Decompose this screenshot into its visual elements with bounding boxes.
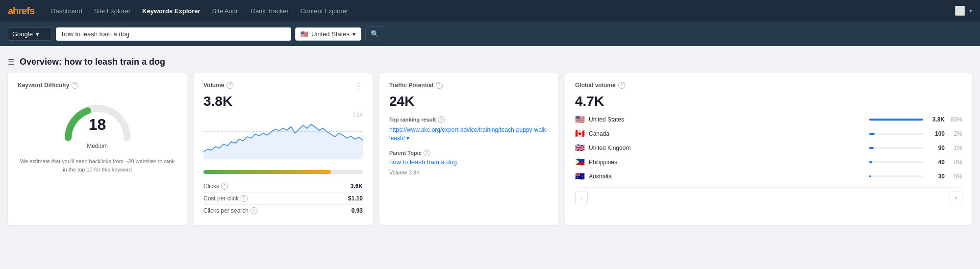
hamburger-icon[interactable]: ☰ xyxy=(8,57,15,67)
country-pct: 80% xyxy=(949,116,962,123)
country-num: 100 xyxy=(927,130,945,137)
search-button[interactable]: 🔍 xyxy=(365,26,384,41)
global-nav: ‹ › xyxy=(575,187,962,204)
clicks-info-icon[interactable]: ? xyxy=(221,183,228,190)
page-title: Overview: how to leash train a dog xyxy=(20,57,165,67)
nav-site-audit[interactable]: Site Audit xyxy=(207,4,244,18)
kd-info-icon[interactable]: ? xyxy=(72,82,78,89)
volume-info-icon[interactable]: ? xyxy=(226,82,233,89)
country-bar xyxy=(869,161,872,163)
nav-keywords-explorer[interactable]: Keywords Explorer xyxy=(137,4,205,18)
global-countries-table: 🇺🇸 United States 3.8K 80% 🇨🇦 Canada 100 … xyxy=(575,112,962,183)
global-prev-button[interactable]: ‹ xyxy=(575,192,588,204)
volume-value: 3.8K xyxy=(203,94,363,109)
country-bar-wrap xyxy=(869,119,923,121)
keyword-search-input[interactable] xyxy=(56,27,291,41)
top-ranking-url-link[interactable]: https://www.akc.org/expert-advice/traini… xyxy=(389,126,549,143)
traffic-card: Traffic Potential ? 24K Top ranking resu… xyxy=(379,73,558,225)
traffic-value: 24K xyxy=(389,94,549,109)
global-country-row: 🇵🇭 Philippines 40 0% xyxy=(575,155,962,169)
metric-cpc: Cost per click ? $1.10 xyxy=(203,192,363,204)
volume-dots-menu[interactable]: ⋮ xyxy=(355,82,363,91)
global-country-row: 🇬🇧 United Kingdom 90 1% xyxy=(575,141,962,155)
clicks-bar xyxy=(203,170,363,174)
country-bar-wrap xyxy=(869,161,923,163)
navbar: ahrefs Dashboard Site Explorer Keywords … xyxy=(0,0,980,22)
clicks-bar-fill xyxy=(203,170,331,174)
country-name: United States xyxy=(589,116,865,123)
navbar-chevron-icon[interactable]: ▾ xyxy=(969,7,972,14)
cards-row: Keyword Difficulty ? 18 Medium We estima… xyxy=(8,73,972,225)
country-bar xyxy=(869,147,874,149)
traffic-info-icon[interactable]: ? xyxy=(436,82,443,89)
kd-gauge-container: 18 xyxy=(18,94,177,138)
country-flag-icon: 🇵🇭 xyxy=(575,157,585,167)
cps-info-icon[interactable]: ? xyxy=(251,207,257,214)
clicks-value: 3.6K xyxy=(351,183,363,190)
nav-content-explorer[interactable]: Content Explorer xyxy=(296,4,353,18)
global-value: 4.7K xyxy=(575,94,962,109)
volume-chart-container: 7.0K xyxy=(203,112,363,166)
us-flag-icon: 🇺🇸 xyxy=(301,30,308,38)
country-chevron-icon: ▾ xyxy=(352,30,356,38)
top-ranking-info-icon[interactable]: ? xyxy=(438,116,445,123)
monitor-icon: ⬜ xyxy=(955,5,965,16)
chart-y-max: 7.0K xyxy=(352,112,363,118)
nav-rank-tracker[interactable]: Rank Tracker xyxy=(246,4,294,18)
global-country-row: 🇦🇺 Australia 30 0% xyxy=(575,169,962,183)
cps-value: 0.93 xyxy=(352,207,363,214)
kd-level: Medium xyxy=(18,143,177,149)
country-num: 40 xyxy=(927,159,945,166)
country-label: United States xyxy=(311,30,350,38)
country-num: 90 xyxy=(927,145,945,151)
country-bar xyxy=(869,119,923,121)
volume-card-label: Volume ? xyxy=(203,82,233,89)
parent-volume: Volume 3.8K xyxy=(389,170,420,175)
country-bar-wrap xyxy=(869,133,923,135)
country-bar-wrap xyxy=(869,147,923,149)
country-name: Australia xyxy=(589,173,865,180)
country-pct: 0% xyxy=(949,159,962,166)
country-name: Canada xyxy=(589,130,865,137)
nav-dashboard[interactable]: Dashboard xyxy=(46,4,87,18)
overview-header: ☰ Overview: how to leash train a dog xyxy=(8,52,972,73)
kd-description: We estimate that you'll need backlinks f… xyxy=(18,157,177,173)
volume-card: Volume ? ⋮ 3.8K 7.0K xyxy=(194,73,373,225)
kd-card: Keyword Difficulty ? 18 Medium We estima… xyxy=(8,73,187,225)
parent-topic-info-icon[interactable]: ? xyxy=(424,149,430,156)
cpc-info-icon[interactable]: ? xyxy=(241,195,248,202)
global-volume-card: Global volume ? 4.7K 🇺🇸 United States 3.… xyxy=(565,73,972,225)
global-next-button[interactable]: › xyxy=(950,192,962,204)
traffic-card-label: Traffic Potential ? xyxy=(389,82,549,89)
country-flag-icon: 🇺🇸 xyxy=(575,115,585,124)
cpc-value: $1.10 xyxy=(348,195,363,202)
engine-select[interactable]: Google ▾ xyxy=(8,27,52,41)
navbar-right: ⬜ ▾ xyxy=(955,5,972,16)
engine-label: Google xyxy=(12,30,33,38)
country-name: Philippines xyxy=(589,159,865,166)
global-card-label: Global volume ? xyxy=(575,82,962,89)
global-country-row: 🇺🇸 United States 3.8K 80% xyxy=(575,112,962,126)
kd-gauge: 18 xyxy=(58,94,137,138)
parent-topic-link[interactable]: how to leash train a dog xyxy=(389,158,549,166)
global-country-row: 🇨🇦 Canada 100 2% xyxy=(575,126,962,141)
country-pct: 1% xyxy=(949,145,962,151)
engine-chevron-icon: ▾ xyxy=(36,30,39,38)
nav-links: Dashboard Site Explorer Keywords Explore… xyxy=(46,4,353,18)
kd-value: 18 xyxy=(89,116,106,134)
nav-site-explorer[interactable]: Site Explorer xyxy=(89,4,135,18)
country-num: 30 xyxy=(927,173,945,180)
country-flag-icon: 🇬🇧 xyxy=(575,143,585,152)
country-bar xyxy=(869,133,875,135)
kd-card-label: Keyword Difficulty ? xyxy=(18,82,177,89)
global-info-icon[interactable]: ? xyxy=(618,82,625,89)
volume-chart-svg xyxy=(203,112,363,161)
country-select[interactable]: 🇺🇸 United States ▾ xyxy=(295,27,361,41)
country-name: United Kingdom xyxy=(589,145,865,151)
volume-header: Volume ? ⋮ xyxy=(203,82,363,94)
country-flag-icon: 🇦🇺 xyxy=(575,171,585,181)
country-bar xyxy=(869,175,871,177)
country-pct: 2% xyxy=(949,130,962,137)
country-bar-wrap xyxy=(869,175,923,177)
top-ranking-label: Top ranking result ? xyxy=(389,116,549,123)
